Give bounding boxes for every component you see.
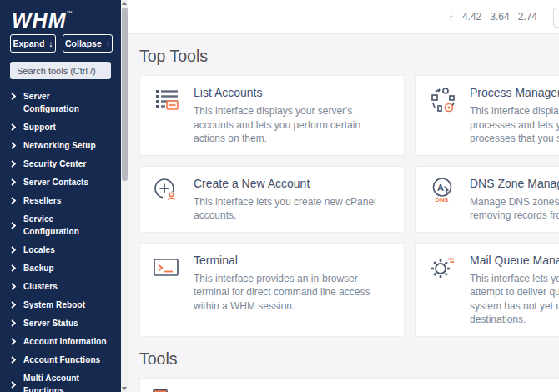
card-description: This interface provides an in-browser te… [194, 272, 392, 314]
whm-logo[interactable]: WHM™ [0, 0, 121, 27]
chevron-right-icon [11, 142, 16, 149]
card-title[interactable]: Create a New Account [194, 177, 392, 190]
trademark-symbol: ™ [66, 10, 72, 16]
arrow-up-icon: ↑ [106, 38, 110, 48]
sidebar-item-networking-setup[interactable]: Networking Setup [0, 136, 121, 154]
load-average-3: 2.74 [518, 11, 537, 23]
card-list-accounts[interactable]: List Accounts This interface displays yo… [139, 75, 405, 156]
search-tools-input[interactable] [10, 62, 111, 79]
load-up-arrow-icon: ↑ [448, 11, 454, 23]
sidebar-item-account-functions[interactable]: Account Functions [0, 350, 121, 369]
top-tools-grid: List Accounts This interface displays yo… [139, 75, 559, 337]
server-configuration-icon [152, 388, 169, 392]
card-dns-zone-manager[interactable]: A DNS DNS Zone Manager Manage DNS zones,… [415, 166, 559, 233]
card-description: This interface displays your server's pr… [470, 104, 559, 146]
chevron-right-icon [11, 123, 16, 131]
chevron-right-icon [11, 246, 16, 254]
dns-zone-manager-icon: A DNS [428, 176, 458, 223]
chevron-right-icon [11, 301, 16, 309]
svg-text:DNS: DNS [436, 196, 449, 204]
chevron-right-icon [11, 222, 16, 229]
collapse-button[interactable]: Collapse ↑ [63, 34, 113, 53]
sidebar-item-server-status[interactable]: Server Status [0, 314, 121, 332]
sidebar-item-security-center[interactable]: Security Center [0, 154, 121, 173]
chevron-right-icon [11, 93, 16, 100]
card-title[interactable]: Terminal [194, 254, 392, 267]
card-description: Manage DNS zones, including adding and r… [470, 195, 559, 223]
chevron-right-icon [11, 197, 16, 204]
chevron-right-icon [11, 178, 16, 186]
chevron-right-icon [11, 283, 16, 290]
sidebar-item-service-configuration[interactable]: Service Configuration [0, 209, 121, 240]
chevron-right-icon [11, 338, 16, 345]
tools-heading: Tools [139, 349, 559, 369]
sidebar-item-locales[interactable]: Locales [0, 240, 121, 259]
sidebar-item-system-reboot[interactable]: System Reboot [0, 295, 121, 314]
sidebar-scrollbar[interactable] [121, 0, 128, 392]
sidebar-item-resellers[interactable]: Resellers [0, 191, 121, 209]
card-title[interactable]: DNS Zone Manager [470, 177, 559, 190]
clipped-topbar-button[interactable] [553, 8, 559, 28]
sidebar-item-multi-account-functions[interactable]: Multi Account Functions [0, 369, 121, 392]
top-tools-heading: Top Tools [139, 47, 559, 66]
card-title[interactable]: Mail Queue Manager [470, 254, 559, 267]
sidebar-item-clusters[interactable]: Clusters [0, 277, 121, 295]
sidebar-search [10, 62, 111, 79]
process-manager-icon [428, 85, 458, 146]
scrollbar-up-arrow-icon[interactable] [122, 2, 127, 5]
sidebar: WHM™ Expand ↓ Collapse ↑ Server Configur… [0, 0, 121, 392]
mail-queue-manager-icon [428, 253, 458, 327]
card-title[interactable]: Process Manager [470, 86, 559, 99]
load-average-indicator: ↑ 4.42 3.64 2.74 [448, 0, 537, 33]
card-title[interactable]: List Accounts [194, 86, 392, 99]
tools-panel: Server Configuration whm Basic WebHost M… [139, 378, 559, 392]
sidebar-item-support[interactable]: Support [0, 118, 121, 136]
card-mail-queue-manager[interactable]: Mail Queue Manager This interface lets y… [415, 243, 559, 337]
chevron-right-icon [11, 319, 16, 327]
card-terminal[interactable]: Terminal This interface provides an in-b… [139, 243, 405, 337]
chevron-right-icon [11, 381, 16, 389]
load-average-1: 4.42 [462, 11, 481, 23]
card-create-new-account[interactable]: Create a New Account This interface lets… [139, 166, 405, 233]
card-process-manager[interactable]: Process Manager This interface displays … [415, 75, 559, 156]
expand-button[interactable]: Expand ↓ [10, 34, 56, 53]
svg-text:A: A [437, 182, 444, 192]
topbar: ↑ 4.42 3.64 2.74 [128, 0, 559, 34]
scrollbar-thumb[interactable] [122, 8, 128, 181]
list-accounts-icon [152, 85, 182, 146]
create-new-account-icon [152, 176, 182, 223]
load-average-2: 3.64 [490, 11, 509, 23]
card-description: This interface displays your server's ac… [194, 104, 392, 146]
chevron-right-icon [11, 160, 16, 168]
sidebar-item-account-information[interactable]: Account Information [0, 332, 121, 350]
whm-logo-text: WHM [12, 8, 66, 32]
arrow-down-icon: ↓ [48, 38, 53, 48]
scrollbar-down-arrow-icon[interactable] [122, 387, 127, 390]
sidebar-item-server-configuration[interactable]: Server Configuration [0, 87, 121, 118]
sidebar-item-server-contacts[interactable]: Server Contacts [0, 173, 121, 191]
content: Top Tools [128, 47, 559, 392]
tools-group-header: Server Configuration [140, 379, 559, 392]
chevron-right-icon [11, 356, 16, 364]
main-area: ↑ 4.42 3.64 2.74 Top Tools [128, 0, 559, 392]
terminal-icon [152, 253, 182, 327]
chevron-right-icon [11, 264, 16, 272]
card-description: This interface lets you view, delete, an… [470, 272, 559, 327]
sidebar-nav: Server Configuration Support Networking … [0, 87, 121, 392]
sidebar-item-backup[interactable]: Backup [0, 259, 121, 277]
card-description: This interface lets you create new cPane… [194, 195, 392, 223]
